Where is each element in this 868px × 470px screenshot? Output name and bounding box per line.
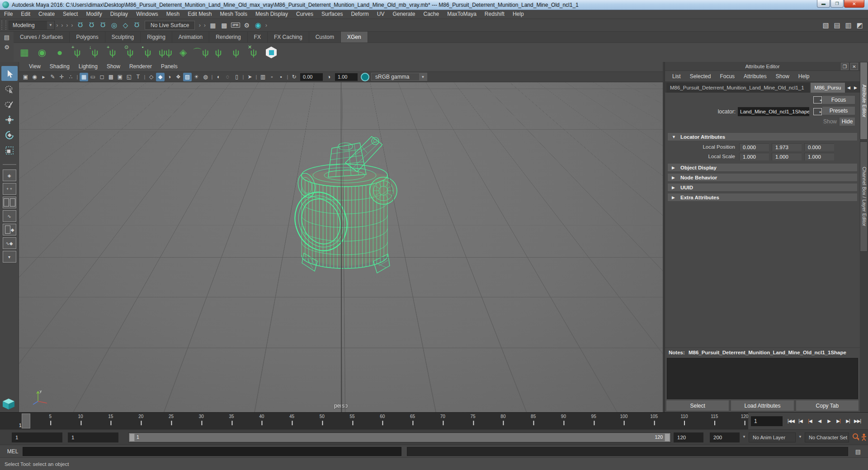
node-tab-shape[interactable]: M86_Pursu bbox=[811, 83, 845, 93]
menu-surfaces[interactable]: Surfaces bbox=[317, 10, 347, 19]
playback-end-field[interactable]: 120 bbox=[674, 432, 703, 442]
local-position-z-field[interactable]: 0.000 bbox=[804, 143, 834, 151]
paint-select-tool-button[interactable] bbox=[1, 97, 18, 112]
colorspace-dropdown[interactable]: sRGB gamma ▼ bbox=[371, 73, 427, 81]
shelf-tab-rendering[interactable]: Rendering bbox=[209, 32, 247, 42]
minimize-button[interactable]: ▬ bbox=[817, 0, 830, 8]
layout-single-pane-button[interactable]: ◈ bbox=[3, 169, 16, 181]
step-back-frame-button[interactable]: |◀ bbox=[805, 417, 815, 426]
hide-button[interactable]: Hide bbox=[839, 117, 855, 126]
menu-generate[interactable]: Generate bbox=[388, 10, 419, 19]
select-tool-button[interactable] bbox=[1, 66, 18, 81]
attribute-editor-header[interactable]: Attribute Editor ❐ ✕ bbox=[665, 62, 860, 71]
group-separator[interactable]: › bbox=[70, 22, 75, 28]
group-separator[interactable]: › bbox=[55, 22, 60, 28]
local-scale-z-field[interactable]: 1.000 bbox=[804, 153, 834, 160]
group-separator[interactable]: › bbox=[264, 22, 269, 28]
shelf-tab-sculpting[interactable]: Sculpting bbox=[105, 32, 141, 42]
command-language-toggle[interactable]: MEL bbox=[5, 447, 21, 456]
comb-brush-icon[interactable]: ⌒ψ bbox=[193, 45, 208, 60]
motion-blur-icon[interactable]: ◌ bbox=[223, 73, 232, 81]
scale-tool-button[interactable] bbox=[1, 143, 18, 158]
connection-in-icon[interactable]: ◂ bbox=[813, 96, 822, 103]
focus-button[interactable]: Focus bbox=[822, 95, 855, 104]
ae-menu-help[interactable]: Help bbox=[794, 73, 814, 80]
section-object-display[interactable]: ▶ Object Display bbox=[667, 163, 858, 172]
menu-windows[interactable]: Windows bbox=[132, 10, 162, 19]
tool-settings-toggle-icon[interactable]: ▥ bbox=[843, 20, 854, 30]
snap-projected-center-icon[interactable]: ◎ bbox=[108, 20, 120, 30]
snap-view-plane-icon[interactable]: ◇ bbox=[120, 20, 131, 30]
menu-maxtomaya[interactable]: MaxToMaya bbox=[443, 10, 481, 19]
menu-uv[interactable]: UV bbox=[373, 10, 389, 19]
ae-menu-focus[interactable]: Focus bbox=[715, 73, 739, 80]
animation-end-field[interactable]: 200 bbox=[710, 432, 740, 442]
time-slider[interactable]: 5 10 15 20 25 30 35 40 45 50 55 60 65 70… bbox=[0, 412, 748, 429]
layout-four-pane-button[interactable]: + + bbox=[3, 183, 16, 195]
chevron-down-icon[interactable]: ▼ bbox=[742, 435, 746, 439]
ae-menu-attributes[interactable]: Attributes bbox=[739, 73, 771, 80]
tab-scroll-left-icon[interactable]: ◀ bbox=[846, 83, 852, 93]
connection-out-icon[interactable]: ▸ bbox=[813, 108, 822, 115]
chevron-down-icon[interactable]: ▼ bbox=[798, 435, 802, 439]
shelf-tab-xgen[interactable]: XGen bbox=[341, 32, 368, 42]
section-node-behavior[interactable]: ▶ Node Behavior bbox=[667, 173, 858, 182]
animation-start-field[interactable]: 1 bbox=[12, 432, 62, 442]
panel-menu-show[interactable]: Show bbox=[102, 62, 125, 71]
ae-menu-show[interactable]: Show bbox=[771, 73, 794, 80]
xray-active-icon[interactable]: ▪ bbox=[277, 73, 285, 81]
isolate-select-icon[interactable]: ➤ bbox=[245, 73, 254, 81]
shelf-tab-rigging[interactable]: Rigging bbox=[141, 32, 172, 42]
current-frame-field[interactable]: 1 bbox=[751, 416, 783, 426]
character-set-dropdown[interactable]: No Character Set bbox=[805, 432, 849, 442]
layout-graph-persp-button[interactable]: ∿ bbox=[3, 210, 16, 222]
toolbar-grip[interactable] bbox=[1, 20, 6, 30]
go-to-start-button[interactable]: |◀◀ bbox=[786, 417, 796, 426]
gate-mask-icon[interactable]: ▩ bbox=[107, 73, 115, 81]
safe-action-icon[interactable]: ◱ bbox=[125, 73, 133, 81]
exposure-icon[interactable]: ↻ bbox=[290, 73, 298, 81]
auto-keyframe-icon[interactable] bbox=[852, 433, 860, 442]
menu-redshift[interactable]: Redshift bbox=[481, 10, 509, 19]
shelf-tab-animation[interactable]: Animation bbox=[172, 32, 209, 42]
shelf-menu-icon[interactable]: ▤ bbox=[2, 33, 11, 41]
move-tool-button[interactable] bbox=[1, 112, 18, 127]
step-forward-key-button[interactable]: ▶| bbox=[843, 417, 853, 426]
play-backwards-button[interactable]: ◀ bbox=[815, 417, 824, 426]
node-tab-transform[interactable]: M86_Pursuit_Deterrent_Munition_Land_Mine… bbox=[666, 83, 810, 93]
lock-guides-icon[interactable]: ψ▪ bbox=[141, 45, 155, 60]
menu-edit-mesh[interactable]: Edit Mesh bbox=[184, 10, 216, 19]
menu-curves[interactable]: Curves bbox=[292, 10, 317, 19]
playback-start-field[interactable]: 1 bbox=[68, 432, 118, 442]
hypershade-icon[interactable]: ◉ bbox=[252, 20, 264, 30]
wireframe-on-shaded-icon[interactable]: ◑ bbox=[165, 73, 174, 81]
convert-primitives-icon[interactable]: ◈ bbox=[176, 45, 190, 60]
locator-name-field[interactable]: Land_Mine_Old_ncl1_1Shape bbox=[738, 107, 809, 116]
exposure-field[interactable]: 0.00 bbox=[300, 73, 323, 81]
open-render-view-icon[interactable]: ▦ bbox=[207, 20, 218, 30]
gamma-field[interactable]: 1.00 bbox=[335, 73, 358, 81]
menu-display[interactable]: Display bbox=[106, 10, 132, 19]
oversampling-icon[interactable]: ∴ bbox=[66, 73, 75, 81]
ipr-render-icon[interactable]: IPR bbox=[230, 20, 241, 30]
camera-attributes-icon[interactable]: ◉ bbox=[30, 73, 39, 81]
local-scale-x-field[interactable]: 1.000 bbox=[739, 153, 769, 160]
section-locator-attributes[interactable]: ▼ Locator Attributes bbox=[667, 132, 858, 141]
shelf-tab-fx-caching[interactable]: FX Caching bbox=[268, 32, 309, 42]
sidebar-tab-channel-box[interactable]: Channel Box / Layer Editor bbox=[860, 141, 868, 252]
close-button[interactable]: ✕ bbox=[844, 0, 864, 8]
xray-icon[interactable]: ▥ bbox=[259, 73, 267, 81]
rotate-tool-button[interactable] bbox=[1, 127, 18, 142]
menu-create[interactable]: Create bbox=[34, 10, 59, 19]
grid-toggle-icon[interactable]: ▦ bbox=[80, 73, 88, 81]
anim-layer-dropdown[interactable]: No Anim Layer bbox=[749, 432, 796, 442]
group-separator[interactable]: › bbox=[60, 22, 65, 28]
panel-menu-panels[interactable]: Panels bbox=[156, 62, 182, 71]
menu-deform[interactable]: Deform bbox=[347, 10, 373, 19]
import-guides-icon[interactable]: ψ↓ bbox=[88, 45, 102, 60]
panel-menu-lighting[interactable]: Lighting bbox=[74, 62, 102, 71]
shelf-tab-fx[interactable]: FX bbox=[248, 32, 268, 42]
range-end-handle[interactable] bbox=[665, 433, 670, 442]
wireframe-mode-icon[interactable]: ◇ bbox=[147, 73, 156, 81]
shadows-icon[interactable]: ☀ bbox=[192, 73, 201, 81]
